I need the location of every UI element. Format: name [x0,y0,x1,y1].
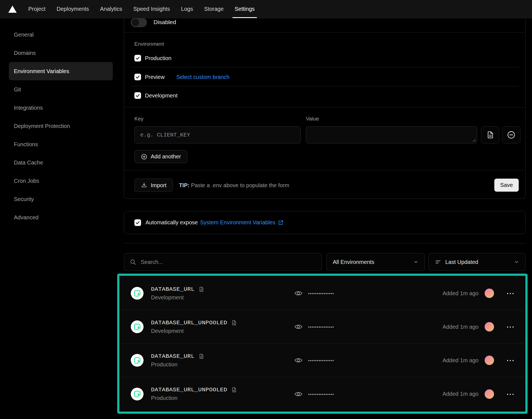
sidebar-item-domains[interactable]: Domains [9,44,113,62]
top-nav: Project Deployments Analytics Speed Insi… [0,0,532,18]
environment-filter-select[interactable]: All Environments [326,253,425,271]
variable-info: DATABASE_URL_UNPOOLED Development [151,320,237,334]
sort-value: Last Updated [445,259,478,265]
tab-settings[interactable]: Settings [235,0,255,18]
user-avatar[interactable] [485,389,494,399]
value-input[interactable] [306,126,477,143]
toggle-label: Disabled [154,19,176,25]
tip-text: TIP: Paste a .env above to populate the … [179,182,289,189]
added-timestamp: Added 1m ago [443,357,479,364]
row-right-group: Added 1m ago ⋯ [443,356,515,365]
key-input[interactable] [134,126,301,143]
sort-select[interactable]: Last Updated [428,253,526,271]
highlight-ring: DATABASE_URL Development •••••••••••••••… [117,274,528,414]
search-input[interactable] [140,259,316,266]
neon-logo-icon [134,390,141,398]
variable-info: DATABASE_URL Development [151,286,204,301]
tab-analytics[interactable]: Analytics [100,0,122,18]
sidebar-item-environment-variables[interactable]: Environment Variables [9,62,113,80]
tab-project[interactable]: Project [28,0,45,18]
sidebar-item-data-cache[interactable]: Data Cache [9,153,113,172]
tip-label: TIP: [179,182,190,188]
env-variable-editor-panel: Disabled Environment Production Preview … [124,0,526,199]
settings-sidebar: General Domains Environment Variables Gi… [9,25,113,227]
environment-filter-value: All Environments [333,259,374,265]
sidebar-item-deployment-protection[interactable]: Deployment Protection [9,117,113,135]
note-icon[interactable] [198,286,204,292]
remove-row-button[interactable] [502,126,520,143]
production-checkbox[interactable] [134,55,141,61]
select-custom-branch-link[interactable]: Select custom branch [176,74,229,80]
reveal-value-eye-icon[interactable] [294,390,303,399]
content-divider [124,243,526,243]
external-link-icon[interactable] [278,220,284,226]
sensitive-toggle[interactable] [131,18,147,27]
toggle-knob [132,19,139,26]
row-menu-button[interactable]: ⋯ [506,292,515,295]
preview-checkbox[interactable] [134,74,141,80]
tab-speed-insights[interactable]: Speed Insights [133,0,170,18]
download-icon [141,182,147,189]
neon-integration-avatar [131,287,144,300]
tip-body: Paste a .env above to populate the form [191,182,289,188]
neon-logo-icon [134,290,141,297]
save-button[interactable]: Save [494,179,519,192]
development-checkbox[interactable] [134,92,141,99]
add-another-label: Add another [151,153,181,160]
env-variables-table: DATABASE_URL Development •••••••••••••••… [121,277,524,411]
expose-label: Automatically expose [145,219,198,226]
sidebar-item-integrations[interactable]: Integrations [9,99,113,117]
env-row-production: Production [134,55,172,61]
variable-environment: Production [151,361,204,368]
added-timestamp: Added 1m ago [443,324,479,330]
footer-divider [124,170,525,170]
note-icon[interactable] [231,320,237,326]
system-env-variables-link[interactable]: System Environment Variables [200,219,275,226]
row-menu-button[interactable]: ⋯ [506,393,515,395]
paste-env-button[interactable] [481,126,499,143]
checkmark-icon [135,74,140,79]
env-row-preview: Preview Select custom branch [134,74,229,80]
variable-key: DATABASE_URL_UNPOOLED [151,320,227,326]
tab-deployments[interactable]: Deployments [57,0,89,18]
note-icon[interactable] [198,353,204,359]
sidebar-item-security[interactable]: Security [9,190,113,208]
user-avatar[interactable] [485,356,494,365]
sidebar-item-advanced[interactable]: Advanced [9,208,113,227]
row-menu-button[interactable]: ⋯ [506,359,515,362]
environment-section-label: Environment [134,41,164,47]
row-divider [131,86,519,86]
sidebar-item-cron-jobs[interactable]: Cron Jobs [9,172,113,190]
variable-key: DATABASE_URL_UNPOOLED [151,387,227,393]
note-icon[interactable] [231,387,237,393]
vercel-logo-icon[interactable] [8,6,17,13]
neon-integration-avatar [131,354,144,367]
section-divider [124,32,525,33]
reveal-value-eye-icon[interactable] [294,322,303,331]
import-button[interactable]: Import [134,179,173,192]
checkmark-icon [135,93,140,98]
add-another-button[interactable]: Add another [134,150,187,163]
env-variable-row: DATABASE_URL Development •••••••••••••••… [121,277,524,310]
expose-checkbox[interactable] [134,219,141,226]
development-label: Development [145,92,178,99]
sidebar-item-functions[interactable]: Functions [9,135,113,153]
sidebar-item-general[interactable]: General [9,25,113,44]
tab-storage[interactable]: Storage [204,0,224,18]
env-variable-row: DATABASE_URL Production ••••••••••••••• … [121,344,524,377]
variable-info: DATABASE_URL_UNPOOLED Production [151,387,237,401]
reveal-value-eye-icon[interactable] [294,356,303,365]
resize-handle-icon[interactable] [472,138,476,142]
user-avatar[interactable] [485,322,494,331]
masked-value: ••••••••••••••• [308,358,334,363]
reveal-value-eye-icon[interactable] [294,289,303,298]
user-avatar[interactable] [485,289,494,298]
row-menu-button[interactable]: ⋯ [506,325,515,328]
masked-value: ••••••••••••••• [308,325,334,329]
sort-lines-icon [435,259,441,265]
vercel-env-variables-page: Project Deployments Analytics Speed Insi… [0,0,532,419]
sidebar-item-git[interactable]: Git [9,80,113,99]
chevron-down-icon [514,259,519,265]
tab-logs[interactable]: Logs [181,0,193,18]
key-label: Key [134,116,144,122]
